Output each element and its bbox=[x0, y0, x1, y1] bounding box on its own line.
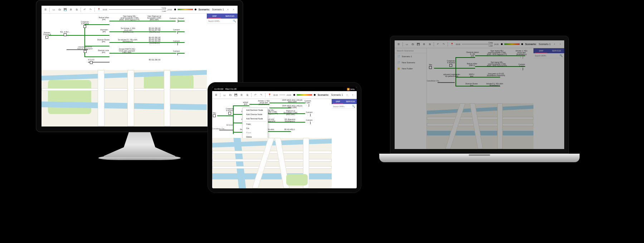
tree-node[interactable]: Open ingang N2Li vanaf Europaplein (CWKi… bbox=[119, 16, 139, 21]
doc-icon[interactable]: ▭ bbox=[223, 93, 226, 97]
decision-tree-diagram[interactable]: Scenario Consists of N2L, in the t... Co… bbox=[42, 14, 207, 70]
tree-node[interactable]: Open Slagboom at Europaplein (CWKi [RWS … bbox=[147, 16, 161, 21]
tree-node[interactable]: Congestion is resolved bbox=[81, 21, 89, 29]
scenario-item[interactable]: 📄 New Scenario bbox=[395, 59, 426, 65]
scenario-next-icon[interactable]: › bbox=[351, 93, 355, 97]
tree-node[interactable]: Was bbox=[429, 64, 432, 70]
scenario-value[interactable]: Scenario 1 bbox=[212, 8, 224, 11]
tree-terminal[interactable]: Contraint bbox=[306, 112, 312, 117]
folder-icon[interactable]: 🗀 bbox=[228, 93, 232, 97]
menu-icon[interactable]: ☰ bbox=[397, 43, 400, 46]
tree-terminal[interactable]: Contraint bbox=[173, 41, 180, 46]
tree-node[interactable]: De-activate P-1; N2Li-dicht [MobiMaestro… bbox=[118, 39, 137, 43]
tree-node[interactable]: Diversion Routes [pre] bbox=[465, 83, 478, 87]
pin-icon[interactable]: 📍 bbox=[450, 43, 454, 46]
tree-node[interactable]: DRIP 4 [pre] bbox=[469, 74, 474, 78]
tree-node[interactable]: Reduce Inflow [PAR C] bbox=[467, 63, 477, 67]
pin-icon[interactable]: 📍 bbox=[97, 8, 101, 11]
tree-node[interactable]: Congestion is resolved bbox=[447, 60, 455, 68]
tree-terminal[interactable]: Activate -1; N2Li strook open [MobiMaest… bbox=[516, 50, 527, 59]
scenario-item[interactable]: 📄 Scenario 1 bbox=[395, 53, 426, 59]
tab-drip[interactable]: DRIP bbox=[533, 48, 549, 53]
scenario-prev-icon[interactable]: ‹ bbox=[226, 8, 230, 11]
save-icon[interactable]: 💾 bbox=[63, 8, 67, 11]
tree-node[interactable]: DRIP UB221 #DQ-1 #DQ40 [RWS DRIP] bbox=[282, 100, 302, 103]
tree-node[interactable]: N2L, in the t... bbox=[60, 31, 70, 37]
tree-node[interactable]: Activate -1; N2Li strook open [MobiMaest… bbox=[258, 100, 270, 106]
copy-icon[interactable]: ⧉ bbox=[428, 43, 431, 46]
gear-icon[interactable]: ⚙ bbox=[69, 8, 73, 11]
tree-terminal[interactable]: Contraint if open bbox=[518, 64, 525, 71]
timeline[interactable]: 00:00 24:00 bbox=[273, 94, 291, 96]
search-scenarios[interactable]: Search Scenarios bbox=[395, 48, 426, 53]
map-view[interactable] bbox=[42, 70, 207, 127]
tab-services[interactable]: SERVICES bbox=[344, 99, 357, 104]
menu-icon[interactable]: ☰ bbox=[44, 8, 47, 11]
scenario-item[interactable]: 📁 New Folder bbox=[395, 65, 426, 71]
tree-node[interactable]: BOS/AID bbox=[226, 125, 233, 127]
tree-node[interactable]: VPL Maastricht [MobiMaestro] bbox=[284, 119, 295, 123]
tree-node[interactable]: oplossend maatregelen zijn gedeactiveerd bbox=[443, 74, 460, 78]
tree-node[interactable]: Activate KIMAT-N-N2Li strook-open; groen… bbox=[119, 49, 135, 54]
search-icon[interactable]: 🔍 bbox=[352, 105, 355, 108]
doc-icon[interactable]: ▭ bbox=[52, 8, 55, 11]
search-drips[interactable]: Search DRIPs 🔍 bbox=[207, 19, 238, 24]
scenario-prev-icon[interactable]: ‹ bbox=[345, 93, 349, 97]
menu-icon[interactable]: ☰ bbox=[214, 93, 218, 97]
doc-icon[interactable]: ▭ bbox=[405, 43, 409, 46]
folder-icon[interactable]: 🗀 bbox=[411, 43, 414, 46]
timeline[interactable]: 00:00 Cong Load 24:00 bbox=[103, 7, 172, 12]
context-menu-item[interactable]: Delete bbox=[243, 135, 268, 138]
timeline[interactable]: 00:00 Cong Load 24:00 bbox=[456, 41, 499, 47]
tree-terminal[interactable]: Contraint bbox=[306, 120, 312, 125]
tree-node[interactable]: Informeren [pre] bbox=[100, 29, 108, 33]
tab-services[interactable]: SERVICES bbox=[549, 48, 564, 53]
tree-node[interactable]: Diversion route [pre] bbox=[98, 50, 109, 54]
undo-icon[interactable]: ↶ bbox=[254, 93, 257, 97]
tab-drip[interactable]: DRIP bbox=[332, 99, 344, 104]
map-view[interactable] bbox=[427, 103, 533, 149]
tree-node[interactable]: Stuit ingang N2Li vanaf Europaplein (CWK… bbox=[487, 62, 507, 67]
tree-node[interactable]: BOS/AID bbox=[88, 59, 94, 65]
search-drips[interactable]: Search DRIPs 🔍 bbox=[332, 104, 357, 109]
copy-icon[interactable]: ⧉ bbox=[75, 8, 78, 11]
map-view[interactable] bbox=[212, 138, 332, 188]
gear-icon[interactable]: ⚙ bbox=[422, 43, 426, 46]
tree-node[interactable]: BD A2L 258.142 BD A2L 267.098 [MobiMaest… bbox=[149, 28, 161, 33]
decision-tree-diagram[interactable]: Was Cancellation Obs... Congestion is re… bbox=[427, 48, 533, 103]
tree-node[interactable]: force green on E & E2 [MobiMaestro Maast… bbox=[487, 73, 505, 77]
undo-icon[interactable]: ↶ bbox=[83, 8, 87, 11]
tree-node[interactable]: BD A2L 258.142 BD A2L 267.098 BD A2L 254… bbox=[149, 37, 161, 44]
scenario-prev-icon[interactable]: ‹ bbox=[553, 43, 556, 46]
tree-node[interactable]: BD A2L 258.142 bbox=[149, 59, 161, 61]
tree-node[interactable]: Slagboom at Europaplein (CWKi [RWS DRIP] bbox=[284, 110, 297, 116]
save-icon[interactable]: 💾 bbox=[416, 43, 420, 46]
tree-terminal[interactable]: Contraint if open bbox=[304, 100, 311, 108]
gear-icon[interactable]: ⚙ bbox=[240, 93, 243, 97]
scenario-next-icon[interactable]: › bbox=[558, 43, 562, 46]
tree-node[interactable]: Cancellation Obs... bbox=[212, 128, 226, 130]
context-menu-item[interactable]: Add Decision Node bbox=[243, 108, 268, 112]
context-menu-item[interactable]: Add Chance Node bbox=[243, 112, 268, 116]
save-icon[interactable]: 💾 bbox=[234, 93, 238, 97]
tree-node[interactable]: DRIP UB221 #DQ-1 #DQ72 [RWS DRIP] bbox=[282, 105, 302, 109]
tree-terminal[interactable]: Contraint + if closed bbox=[170, 18, 184, 23]
tab-drip[interactable]: DRIP bbox=[207, 14, 222, 19]
tree-node[interactable]: Reduce Inflow [pre] bbox=[99, 17, 109, 21]
context-menu-item[interactable]: Cut bbox=[243, 126, 268, 130]
redo-icon[interactable]: ↷ bbox=[259, 93, 263, 97]
tree-node[interactable]: Open ingang N2Li vanaf Europaplein (CWKi… bbox=[487, 50, 507, 56]
search-icon[interactable]: 🔍 bbox=[233, 20, 236, 23]
context-menu-item[interactable]: Copy bbox=[243, 122, 268, 126]
tree-node[interactable]: Congestion is resolved bbox=[226, 108, 234, 115]
context-menu-item[interactable]: Add Terminal Node bbox=[243, 116, 268, 121]
search-drips[interactable]: Search DRIPs 🔍 bbox=[533, 53, 564, 58]
tree-node[interactable]: Scenario Consists of bbox=[43, 32, 51, 39]
search-icon[interactable]: 🔍 bbox=[560, 54, 563, 57]
tree-node[interactable]: Cancellation Obs... bbox=[427, 80, 440, 82]
decision-tree-diagram[interactable]: Was Cancellation Obs... Congestion is re… bbox=[212, 99, 332, 138]
redo-icon[interactable]: ↷ bbox=[442, 43, 445, 46]
tree-node[interactable]: actived [pre] bbox=[243, 102, 248, 105]
folder-icon[interactable]: 🗀 bbox=[58, 8, 61, 11]
tree-node[interactable]: BD A2L #DQ-1 bbox=[284, 129, 295, 131]
